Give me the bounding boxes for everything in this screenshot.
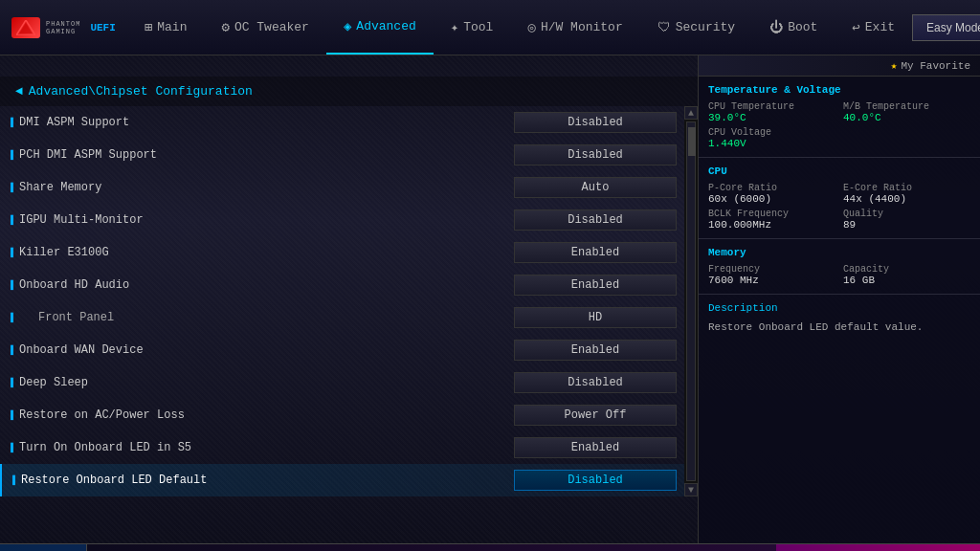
row-indicator: ▐ (8, 313, 13, 323)
cpu-title: CPU (708, 165, 970, 177)
table-row[interactable]: ▐Onboard WAN DeviceEnabled (0, 334, 684, 366)
tab-icon-exit: ↩ (852, 19, 859, 35)
memory-section: Memory Frequency 7600 MHz Capacity 16 GB (699, 239, 980, 295)
table-row[interactable]: ▐Killer E3100GEnabled (0, 236, 684, 269)
tab-icon-hw-monitor: ◎ (527, 19, 535, 35)
scroll-track[interactable] (686, 121, 696, 481)
setting-value[interactable]: HD (514, 307, 677, 328)
row-indicator: ▐ (10, 475, 15, 486)
language-status[interactable]: English (0, 544, 87, 551)
description-section: Description Restore Onboard LED default … (699, 295, 980, 543)
setting-name: Restore on AC/Power Loss (19, 408, 514, 422)
row-indicator: ▐ (8, 150, 13, 161)
row-indicator: ▐ (8, 118, 13, 128)
setting-value[interactable]: Disabled (514, 372, 677, 393)
nav-tab-hw-monitor[interactable]: ◎H/W Monitor (510, 0, 639, 55)
nav-tab-boot[interactable]: ⏻Boot (752, 0, 835, 55)
setting-value[interactable]: Power Off (514, 405, 677, 426)
setting-value[interactable]: Auto (514, 177, 677, 198)
table-row[interactable]: ▐IGPU Multi-MonitorDisabled (0, 204, 684, 236)
main-content: ◄ Advanced\Chipset Configuration ▐DMI AS… (0, 77, 980, 543)
bclk-label: BCLK Frequency (708, 209, 835, 219)
tab-label-security: Security (676, 20, 735, 34)
setting-value[interactable]: Enabled (514, 437, 677, 458)
setting-name: Onboard WAN Device (19, 343, 514, 357)
easy-mode-button[interactable]: Easy Mode(F6) (912, 14, 980, 41)
table-row[interactable]: ▐DMI ASPM SupportDisabled (0, 106, 684, 139)
logo: PHANTOM GAMING UEFI (0, 17, 127, 38)
setting-value[interactable]: Disabled (514, 144, 677, 165)
setting-name: Onboard HD Audio (19, 278, 514, 292)
table-row[interactable]: ▐PCH DMI ASPM SupportDisabled (0, 139, 684, 171)
favorites-button[interactable]: ★ My Favorite (891, 59, 970, 72)
nav-tab-oc-tweaker[interactable]: ⚙OC Tweaker (204, 0, 325, 55)
breadcrumb-path: Advanced\Chipset Configuration (29, 84, 253, 99)
breadcrumb: ◄ Advanced\Chipset Configuration (0, 77, 698, 106)
tab-label-tool: Tool (463, 20, 493, 34)
datetime-status: Wed 11/01/2023, 20:25:33 (776, 544, 980, 551)
tab-label-hw-monitor: H/W Monitor (541, 20, 623, 34)
tab-icon-tool: ✦ (451, 19, 458, 35)
setting-value[interactable]: Enabled (514, 242, 677, 263)
tab-icon-boot: ⏻ (769, 20, 783, 35)
tab-label-oc-tweaker: OC Tweaker (234, 20, 309, 34)
row-indicator: ▐ (8, 345, 13, 356)
quality-value: 89 (843, 219, 970, 231)
mem-freq-label: Frequency (708, 264, 835, 275)
topbar: PHANTOM GAMING UEFI ⊞Main⚙OC Tweaker◈Adv… (0, 0, 980, 55)
setting-value[interactable]: Disabled (514, 470, 677, 491)
mb-temp-label: M/B Temperature (843, 101, 970, 112)
setting-value[interactable]: Disabled (514, 112, 677, 133)
scrollbar[interactable]: ▲ ▼ (684, 106, 698, 496)
setting-value[interactable]: Disabled (514, 209, 677, 231)
ecore-value: 44x (4400) (843, 193, 970, 205)
description-text: Restore Onboard LED default value. (708, 320, 970, 336)
setting-name: DMI ASPM Support (19, 116, 514, 129)
table-row[interactable]: ▐Share MemoryAuto (0, 171, 684, 204)
tab-icon-oc-tweaker: ⚙ (221, 19, 229, 35)
scroll-down[interactable]: ▼ (684, 483, 698, 496)
tab-icon-security: 🛡 (657, 20, 671, 35)
nav-tabs: ⊞Main⚙OC Tweaker◈Advanced✦Tool◎H/W Monit… (127, 0, 912, 55)
mb-temp-value: 40.0°C (843, 112, 970, 123)
cpu-voltage-label: CPU Voltage (708, 127, 835, 138)
left-panel: ◄ Advanced\Chipset Configuration ▐DMI AS… (0, 77, 698, 543)
statusbar: English Wed 11/01/2023, 20:25:33 (0, 543, 980, 551)
tab-label-advanced: Advanced (356, 19, 415, 33)
nav-tab-security[interactable]: 🛡Security (640, 0, 752, 55)
nav-tab-tool[interactable]: ✦Tool (434, 0, 511, 55)
setting-name: Restore Onboard LED Default (21, 474, 514, 487)
row-indicator: ▐ (8, 443, 13, 453)
favorites-bar: ★ My Favorite (699, 55, 980, 77)
right-panel: Temperature & Voltage CPU Temperature 39… (698, 77, 980, 543)
breadcrumb-arrow[interactable]: ◄ (15, 84, 23, 99)
setting-name: Deep Sleep (19, 376, 514, 389)
pcore-value: 60x (6000) (708, 193, 835, 205)
table-row[interactable]: ▐Onboard HD AudioEnabled (0, 269, 684, 301)
setting-value[interactable]: Enabled (514, 275, 677, 296)
cpu-temp-value: 39.0°C (708, 112, 835, 123)
tab-icon-advanced: ◈ (344, 18, 351, 34)
row-indicator: ▐ (8, 183, 13, 193)
scroll-up[interactable]: ▲ (684, 106, 698, 120)
setting-value[interactable]: Enabled (514, 340, 677, 361)
scroll-area: ▐DMI ASPM SupportDisabled▐PCH DMI ASPM S… (0, 106, 698, 496)
mem-cap-label: Capacity (843, 264, 970, 275)
tab-icon-main: ⊞ (145, 19, 152, 35)
settings-list: ▐DMI ASPM SupportDisabled▐PCH DMI ASPM S… (0, 106, 684, 496)
nav-tab-advanced[interactable]: ◈Advanced (326, 0, 434, 55)
table-row[interactable]: ▐Front PanelHD (0, 301, 684, 334)
setting-name: Turn On Onboard LED in S5 (19, 441, 514, 454)
pcore-label: P-Core Ratio (708, 183, 835, 193)
nav-tab-main[interactable]: ⊞Main (127, 0, 205, 55)
cpu-temp-label: CPU Temperature (708, 101, 835, 112)
setting-name: PCH DMI ASPM Support (19, 148, 514, 162)
table-row[interactable]: ▐Restore Onboard LED DefaultDisabled (0, 464, 684, 496)
nav-tab-exit[interactable]: ↩Exit (835, 0, 912, 55)
description-title: Description (708, 302, 970, 314)
table-row[interactable]: ▐Turn On Onboard LED in S5Enabled (0, 431, 684, 464)
tab-label-boot: Boot (788, 20, 817, 34)
table-row[interactable]: ▐Deep SleepDisabled (0, 366, 684, 399)
table-row[interactable]: ▐Restore on AC/Power LossPower Off (0, 399, 684, 431)
scroll-thumb[interactable] (688, 127, 696, 156)
